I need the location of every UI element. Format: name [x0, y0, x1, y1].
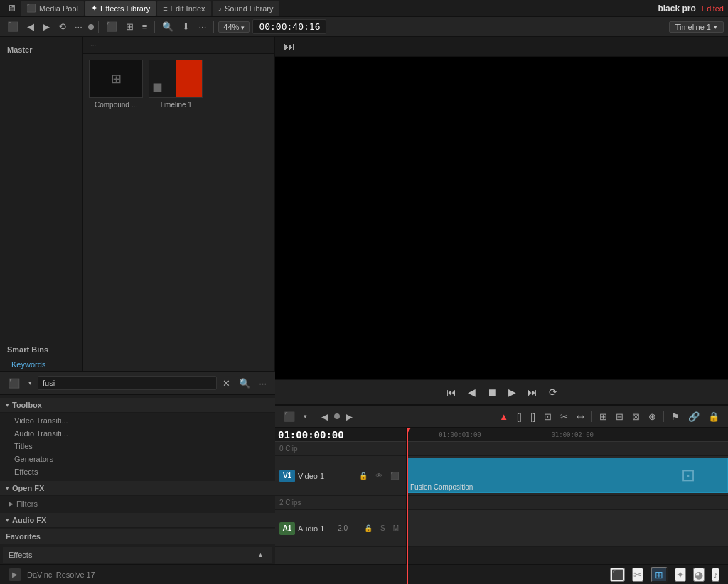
toolbar-sep	[592, 411, 592, 422]
loop-btn[interactable]: ⟳	[546, 385, 560, 399]
toolbar-left: ⬛ ▾	[281, 410, 310, 423]
append-icon[interactable]: ⊕	[646, 410, 659, 423]
video-transitions-item[interactable]: Video Transiti...	[0, 414, 275, 427]
audio-fx-header[interactable]: ▾ Audio FX	[0, 513, 275, 528]
video-lock-btn[interactable]: 🔒	[356, 470, 370, 481]
video-clip[interactable]: ⊡ Fusion Composition	[407, 458, 728, 493]
open-fx-chevron: ▾	[6, 485, 9, 492]
redo-icon[interactable]: ▶	[40, 20, 53, 33]
toolbar-chevron-icon[interactable]: ▾	[301, 411, 310, 421]
panel-toggle-icon[interactable]: ⬛	[4, 20, 21, 33]
filters-item[interactable]: ▶ Filters	[0, 497, 275, 510]
effects-panel-toggle-icon[interactable]: ⬛	[6, 377, 23, 390]
titles-item[interactable]: Titles	[0, 440, 275, 453]
cache-icon[interactable]: ⟲	[55, 20, 69, 33]
viewer-skip-icon[interactable]: ⏭	[281, 39, 298, 55]
search-icon[interactable]: 🔍	[159, 20, 176, 33]
effects-panel-chevron[interactable]: ▾	[26, 378, 35, 388]
view-mode-2-icon[interactable]: ⊞	[123, 20, 136, 33]
status-color-icon[interactable]: ◕	[693, 568, 705, 582]
clip-timeline[interactable]: ◼ Timeline 1	[149, 60, 203, 109]
effects-search-icon[interactable]: 🔍	[236, 377, 253, 390]
effects-clear-icon[interactable]: ✕	[220, 377, 233, 390]
effects-item[interactable]: Effects	[0, 465, 275, 478]
toolbox-header[interactable]: ▾ Toolbox	[0, 398, 275, 413]
nav-separator	[0, 335, 82, 335]
toolbar-next-icon[interactable]: ▶	[343, 410, 355, 423]
tab-sound-library[interactable]: ♪ Sound Library	[213, 1, 279, 16]
toolbox-label: Toolbox	[12, 401, 269, 409]
status-fusion-icon[interactable]: ✦	[675, 568, 686, 582]
razor-icon[interactable]: ✂	[557, 410, 571, 423]
nav-keywords[interactable]: Keywords	[0, 358, 82, 371]
trim-out-icon[interactable]: |]	[528, 410, 538, 423]
play-forward-btn[interactable]: ▶	[505, 385, 519, 399]
viewer-screen	[275, 57, 728, 379]
flag-icon[interactable]: ⚑	[668, 410, 682, 423]
media-pool-more-icon[interactable]: ···	[87, 40, 99, 50]
link-icon[interactable]: 🔗	[685, 410, 702, 423]
effects-search-input[interactable]	[38, 376, 217, 390]
list-view-icon[interactable]: ≡	[139, 20, 151, 33]
more-options-icon[interactable]: ···	[72, 20, 85, 33]
go-to-end-btn[interactable]: ⏭	[525, 385, 540, 399]
monitor-icon[interactable]: 🖥	[4, 1, 19, 15]
tab-media-pool[interactable]: ⬛ Media Pool	[21, 1, 84, 16]
status-edit-icon[interactable]: ⊞	[651, 567, 668, 583]
timeline-selector[interactable]: Timeline 1 ▾	[669, 21, 724, 33]
insert-icon[interactable]: ⊞	[596, 410, 610, 423]
separator-2	[154, 21, 155, 33]
clip-inline-label: Fusion Composition	[410, 483, 473, 491]
audio-fx-chevron: ▾	[6, 517, 9, 524]
replace-icon[interactable]: ⊠	[629, 410, 643, 423]
timecode-display[interactable]: 00:00:40:16	[252, 19, 326, 34]
trim-in-icon[interactable]: [|	[514, 410, 525, 423]
tab-effects-library[interactable]: ✦ Effects Library	[85, 1, 156, 16]
effects-overflow-icon[interactable]: ···	[256, 377, 269, 390]
effects-result-collapse-icon[interactable]: ▲	[255, 550, 267, 560]
go-to-start-btn[interactable]: ⏮	[444, 385, 459, 399]
slip-icon[interactable]: ⇔	[574, 410, 587, 423]
audio-lock-btn[interactable]: 🔒	[361, 523, 375, 534]
open-fx-section: ▾ Open FX ▶ Filters	[0, 481, 275, 512]
toolbar-prev-icon[interactable]: ◀	[318, 410, 331, 423]
edit-index-tab-icon: ≡	[163, 4, 167, 13]
overwrite-icon[interactable]: ⊟	[613, 410, 626, 423]
clip-compound[interactable]: ⊞ Compound ...	[89, 60, 143, 109]
center-right: ⏭ ⏮ ◀ ⏹ ▶ ⏭ ⟳ ⬛ ▾	[275, 37, 728, 584]
play-back-btn[interactable]: ◀	[465, 385, 478, 399]
dynamic-trim-icon[interactable]: ⊡	[541, 410, 555, 423]
sort-icon[interactable]: ⬇	[179, 20, 193, 33]
timeline-clip-icon: ◼	[152, 79, 163, 94]
generators-item[interactable]: Generators	[0, 453, 275, 465]
status-media-icon[interactable]: ⬛	[610, 568, 625, 582]
toolbox-chevron: ▾	[6, 401, 9, 409]
arrow-tool-icon[interactable]: ▲	[496, 410, 511, 423]
undo-icon[interactable]: ◀	[24, 20, 37, 33]
favorites-header[interactable]: Favorites	[0, 529, 275, 544]
overflow-icon[interactable]: ···	[196, 20, 209, 33]
media-pool-content: ⊞ Compound ... ◼ Timeline 1	[83, 54, 274, 371]
effects-search-bar: ⬛ ▾ ✕ 🔍 ···	[0, 372, 275, 395]
open-fx-header[interactable]: ▾ Open FX	[0, 481, 275, 496]
tab-edit-index[interactable]: ≡ Edit Index	[157, 1, 210, 16]
audio-mute-m-btn[interactable]: M	[390, 523, 402, 534]
track-labels: 01:00:00:00 0 Clip V1 Video 1	[275, 428, 407, 584]
tab-effects-library-label: Effects Library	[100, 4, 150, 13]
video-comp-btn[interactable]: ⬛	[387, 470, 402, 481]
favorites-label: Favorites	[6, 532, 269, 541]
status-right: ⬛ ✂ ⊞ ✦ ◕ ♪	[610, 567, 719, 583]
status-cut-icon[interactable]: ✂	[632, 568, 643, 582]
zoom-display[interactable]: 44% ▾	[218, 21, 250, 33]
status-fairlight-icon[interactable]: ♪	[712, 568, 719, 582]
app-icon: ▶	[9, 568, 21, 581]
view-mode-1-icon[interactable]: ⬛	[103, 20, 120, 33]
video-mute-btn[interactable]: 👁	[373, 470, 385, 481]
lock-icon[interactable]: 🔒	[705, 410, 722, 423]
stop-btn[interactable]: ⏹	[484, 385, 500, 399]
master-label: Master	[0, 43, 82, 57]
audio-transitions-item[interactable]: Audio Transiti...	[0, 427, 275, 440]
toolbar-monitor-icon[interactable]: ⬛	[281, 410, 298, 423]
timeline-red-bar	[176, 60, 202, 97]
audio-mute-s-btn[interactable]: S	[378, 523, 388, 534]
